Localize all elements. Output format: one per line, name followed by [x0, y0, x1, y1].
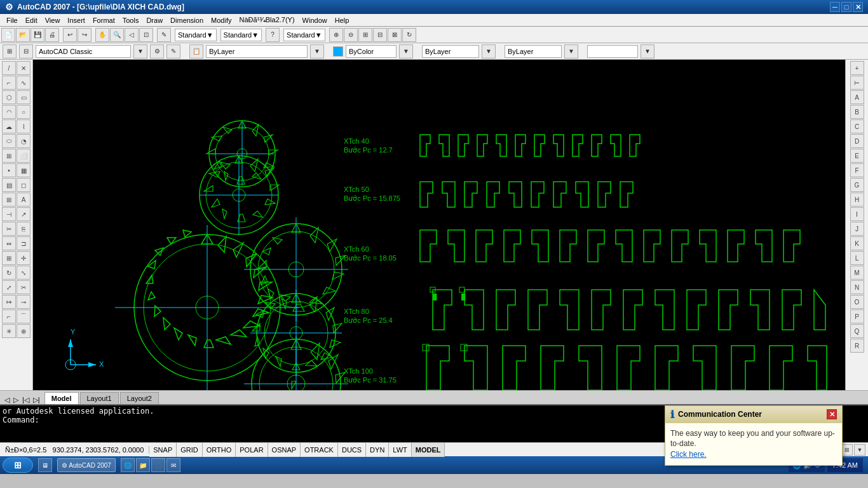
tool-array[interactable]: ⊞: [2, 251, 16, 265]
tb-zoom-prev[interactable]: ◁: [125, 28, 139, 42]
tool-polygon[interactable]: ⬡: [2, 90, 16, 104]
rtool-r[interactable]: R: [850, 339, 864, 353]
tool-move[interactable]: ✛: [17, 251, 31, 265]
tool-mirror[interactable]: ⇔: [2, 236, 16, 250]
start-button[interactable]: ⊞: [3, 458, 33, 473]
tb-new[interactable]: 📄: [1, 28, 15, 42]
tool-extend[interactable]: ↦: [2, 295, 16, 309]
tool-table[interactable]: ⊞: [2, 193, 16, 207]
tb-help[interactable]: ?: [266, 28, 280, 42]
tool-arc[interactable]: ◠: [2, 105, 16, 119]
status-osnap[interactable]: OSNAP: [268, 443, 301, 457]
rtool-f[interactable]: F: [850, 163, 864, 177]
menu-dimension[interactable]: Dimension: [166, 15, 207, 25]
lineweight-dropdown[interactable]: [505, 45, 562, 58]
tool-line[interactable]: /: [2, 61, 16, 75]
tb2-layerprop[interactable]: ⊟: [19, 44, 33, 58]
statusbar-btn4[interactable]: ▼: [854, 444, 865, 456]
tb2-color-btn[interactable]: ▼: [399, 44, 413, 58]
workspace-dropdown[interactable]: [36, 45, 131, 58]
tab-prev[interactable]: ◁: [3, 396, 11, 404]
tool-trim[interactable]: ✂: [17, 280, 31, 294]
layer-dropdown[interactable]: [206, 45, 308, 58]
tb2-lt-btn[interactable]: ▼: [482, 44, 496, 58]
comm-center-link[interactable]: Click here.: [670, 450, 707, 459]
tool-chamfer[interactable]: ⌐: [2, 309, 16, 323]
tool-mtext[interactable]: A: [17, 193, 31, 207]
tool-spline[interactable]: ⌇: [17, 119, 31, 133]
tb-zoom-out[interactable]: ⊖: [344, 28, 358, 42]
rtool-a[interactable]: A: [850, 90, 864, 104]
rtool-q[interactable]: Q: [850, 324, 864, 338]
tb-redo[interactable]: ↪: [78, 28, 92, 42]
tb-match[interactable]: ✎: [157, 28, 171, 42]
taskbar-autocad[interactable]: ⚙ AutoCAD 2007: [57, 458, 116, 472]
status-model[interactable]: MODEL: [412, 443, 445, 457]
rtool-j[interactable]: J: [850, 222, 864, 236]
tb2-layerstate[interactable]: 📋: [189, 44, 203, 58]
menu-help[interactable]: Help: [331, 15, 353, 25]
tb-open[interactable]: 📂: [16, 28, 30, 42]
tool-copy[interactable]: ⎘: [17, 222, 31, 236]
menu-format[interactable]: Format: [89, 15, 119, 25]
status-polar[interactable]: POLAR: [236, 443, 268, 457]
close-btn[interactable]: ✕: [853, 2, 863, 12]
rtool-snap[interactable]: +: [850, 61, 864, 75]
tb-dim-dropdown[interactable]: Standard ▼: [220, 29, 262, 41]
menu-tools[interactable]: Tools: [119, 15, 143, 25]
tb-pan[interactable]: ✋: [95, 28, 109, 42]
tool-break[interactable]: ⊸: [17, 295, 31, 309]
tool-misc[interactable]: ⊕: [17, 324, 31, 338]
tool-stretch[interactable]: ⤢: [2, 280, 16, 294]
tb2-layer-btn[interactable]: ▼: [310, 44, 324, 58]
plotstyle-dropdown[interactable]: [587, 45, 638, 58]
menu-custom[interactable]: NàĐã¹³⁄₄Bla2.7(Y): [235, 15, 298, 25]
tab-layout1[interactable]: Layout1: [80, 392, 119, 404]
rtool-g[interactable]: G: [850, 178, 864, 192]
tb-undo[interactable]: ↩: [63, 28, 77, 42]
tab-start[interactable]: |◁: [20, 396, 31, 404]
tool-offset[interactable]: ⊐: [17, 236, 31, 250]
tab-next[interactable]: ▷: [11, 396, 20, 404]
tool-rect[interactable]: ▭: [17, 90, 31, 104]
rtool-ortho[interactable]: ⊢: [850, 76, 864, 90]
tab-end[interactable]: ▷|: [31, 396, 42, 404]
rtool-m[interactable]: M: [850, 266, 864, 280]
tab-layout2[interactable]: Layout2: [120, 392, 159, 404]
tool-fillet[interactable]: ⌒: [17, 309, 31, 323]
tb2-layers[interactable]: ⊞: [3, 44, 17, 58]
cad-canvas[interactable]: X Y: [33, 60, 845, 390]
linetype-dropdown[interactable]: [422, 45, 479, 58]
tb-zoom-ext[interactable]: ⊡: [139, 28, 153, 42]
tool-gradient[interactable]: ▤: [2, 178, 16, 192]
tool-insert[interactable]: ⊞: [2, 149, 16, 163]
status-grid[interactable]: GRID: [177, 443, 203, 457]
tool-region[interactable]: ◻: [17, 178, 31, 192]
tb-zoom[interactable]: 🔍: [110, 28, 124, 42]
status-otrack[interactable]: OTRACK: [301, 443, 338, 457]
menu-edit[interactable]: Edit: [22, 15, 41, 25]
status-dyn[interactable]: DYN: [366, 443, 389, 457]
tb-table-dropdown[interactable]: Standard ▼: [283, 29, 325, 41]
restore-btn[interactable]: □: [841, 2, 851, 12]
tb-zoom-dyn[interactable]: ⊠: [388, 28, 402, 42]
rtool-p[interactable]: P: [850, 309, 864, 323]
tb-orbit[interactable]: ↻: [402, 28, 416, 42]
rtool-l[interactable]: L: [850, 251, 864, 265]
rtool-d[interactable]: D: [850, 134, 864, 148]
tool-leader[interactable]: ↗: [17, 207, 31, 221]
menu-window[interactable]: Window: [299, 15, 331, 25]
tb-print[interactable]: 🖨: [45, 28, 59, 42]
tool-rotate[interactable]: ↻: [2, 266, 16, 280]
tool-ellipsearc[interactable]: ◔: [17, 134, 31, 148]
tb2-ws-btn[interactable]: ▼: [133, 44, 147, 58]
tool-circle[interactable]: ○: [17, 105, 31, 119]
tb2-a[interactable]: ⚙: [150, 44, 164, 58]
rtool-c[interactable]: C: [850, 119, 864, 133]
status-lwt[interactable]: LWT: [389, 443, 411, 457]
comm-center-close-btn[interactable]: ✕: [827, 409, 837, 419]
menu-insert[interactable]: Insert: [64, 15, 89, 25]
status-ortho[interactable]: ORTHO: [203, 443, 236, 457]
tab-model[interactable]: Model: [44, 392, 79, 404]
statusbar-btn3[interactable]: ⊠: [841, 444, 853, 456]
